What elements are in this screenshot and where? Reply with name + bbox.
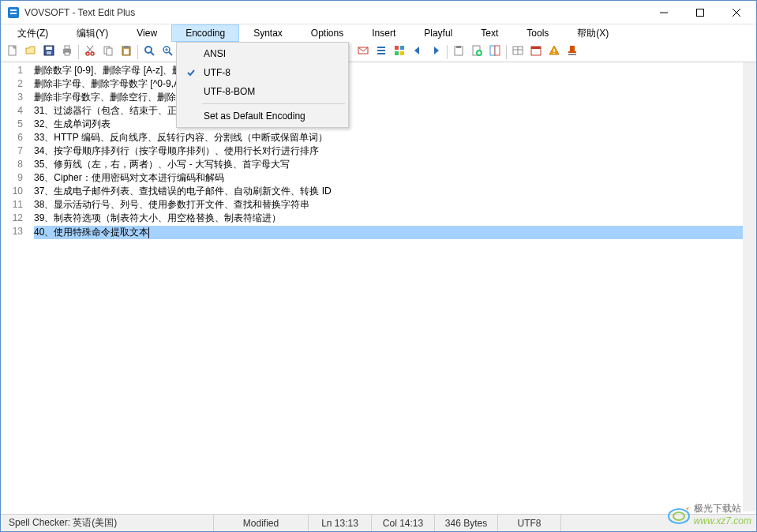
- code-line[interactable]: 35、修剪线（左，右，两者）、小写 - 大写转换、首字母大写: [34, 158, 756, 171]
- palette-icon: [393, 44, 406, 59]
- code-line[interactable]: 39、制表符选项（制表符大小、用空格替换、制表符缩进）: [34, 212, 756, 225]
- encoding-option-utf8[interactable]: UTF-8: [178, 63, 347, 82]
- app-icon: [7, 6, 20, 19]
- mail-icon: [357, 44, 369, 59]
- svg-rect-9: [46, 47, 52, 50]
- lines-icon: [375, 44, 388, 59]
- toolbar-doc-compare-button[interactable]: [486, 43, 504, 61]
- print-icon: [61, 44, 73, 59]
- svg-rect-59: [531, 47, 541, 49]
- toolbar-cut-button[interactable]: [81, 43, 99, 61]
- calendar-icon: [530, 44, 542, 59]
- line-number: 10: [2, 185, 23, 198]
- toolbar-palette-button[interactable]: [391, 43, 408, 61]
- svg-rect-63: [568, 51, 576, 53]
- code-line[interactable]: 38、显示活动行号、列号、使用参数打开文件、查找和替换字符串: [34, 198, 756, 212]
- line-gutter: 12345678910111213: [1, 62, 29, 511]
- line-number: 2: [2, 77, 23, 91]
- code-line[interactable]: 32、生成单词列表: [34, 118, 756, 131]
- menu-text[interactable]: Text: [467, 24, 512, 42]
- toolbar-zoom-in-button[interactable]: [159, 43, 176, 61]
- code-line[interactable]: 删除非字母数字、删除空行、删除多余空格: [34, 91, 756, 104]
- svg-line-17: [87, 46, 92, 52]
- copy-icon: [102, 44, 114, 59]
- toolbar-new-button[interactable]: [4, 43, 21, 61]
- minimize-button[interactable]: [646, 1, 682, 24]
- code-line[interactable]: 删除数字 [0-9]、删除字母 [A-z]、删除非字母 [^A-z]: [34, 64, 756, 77]
- menu-separator: [202, 103, 345, 104]
- toolbar-save-button[interactable]: [40, 43, 58, 61]
- code-line[interactable]: 34、按字母顺序排列行（按字母顺序排列）、使用行长对行进行排序: [34, 144, 756, 158]
- toolbar-copy-button[interactable]: [99, 43, 117, 61]
- maximize-button[interactable]: [682, 1, 718, 24]
- svg-rect-4: [697, 9, 704, 16]
- line-number: 13: [2, 225, 23, 238]
- code-line[interactable]: 删除非字母、删除字母数字 [^0-9,A-z]、删除非字母数字 [^0-9,A-…: [34, 77, 756, 91]
- encoding-option-utf8bom[interactable]: UTF-8-BOM: [178, 82, 347, 101]
- toolbar-paste-button[interactable]: [118, 43, 135, 61]
- code-line[interactable]: 37、生成电子邮件列表、查找错误的电子邮件、自动刷新文件、转换 ID: [34, 185, 756, 198]
- toolbar-left-button[interactable]: [409, 43, 426, 61]
- doc-compare-icon: [489, 44, 501, 59]
- toolbar-calendar-button[interactable]: [527, 43, 545, 61]
- menu-item-label: Set as Default Encoding: [204, 111, 305, 122]
- svg-rect-22: [124, 49, 129, 54]
- svg-rect-48: [456, 46, 461, 48]
- toolbar-mail-button[interactable]: [354, 43, 372, 61]
- toolbar-print-button[interactable]: [58, 43, 76, 61]
- find-icon: [143, 44, 156, 59]
- code-area[interactable]: 删除数字 [0-9]、删除字母 [A-z]、删除非字母 [^A-z]删除非字母、…: [29, 62, 756, 511]
- menu-y[interactable]: 编辑(Y): [62, 24, 122, 42]
- left-icon: [411, 44, 424, 59]
- svg-point-14: [86, 52, 89, 55]
- toolbar-open-button[interactable]: [22, 43, 39, 61]
- menu-insert[interactable]: Insert: [358, 24, 410, 42]
- status-spellchecker[interactable]: Spell Checker: 英语(美国): [1, 515, 214, 531]
- svg-point-61: [553, 53, 555, 54]
- toolbar-table-button[interactable]: [509, 43, 527, 61]
- close-button[interactable]: [718, 1, 755, 24]
- svg-rect-12: [65, 46, 69, 49]
- clipboard-icon: [452, 44, 465, 59]
- menu-playful[interactable]: Playful: [410, 24, 467, 42]
- svg-point-23: [145, 47, 152, 53]
- toolbar-right-button[interactable]: [427, 43, 444, 61]
- menu-view[interactable]: View: [122, 24, 171, 42]
- vertical-scrollbar[interactable]: [743, 62, 756, 511]
- editor: 12345678910111213 删除数字 [0-9]、删除字母 [A-z]、…: [1, 62, 756, 511]
- toolbar-clipboard-button[interactable]: [450, 43, 467, 61]
- svg-rect-54: [495, 46, 500, 55]
- line-number: 12: [2, 212, 23, 225]
- code-line[interactable]: 31、过滤器行（包含、结束于、正则表达式、开始于）: [34, 104, 756, 118]
- menu-item-label: ANSI: [204, 48, 226, 59]
- menu-tools[interactable]: Tools: [512, 24, 563, 42]
- menu-syntax[interactable]: Syntax: [239, 24, 297, 42]
- svg-line-24: [151, 52, 154, 55]
- menu-options[interactable]: Options: [297, 24, 358, 42]
- toolbar-separator: [137, 45, 138, 59]
- toolbar-warning-button[interactable]: [545, 43, 563, 61]
- encoding-set-default[interactable]: Set as Default Encoding: [178, 107, 347, 126]
- menu-z[interactable]: 文件(Z): [3, 24, 62, 42]
- svg-rect-64: [568, 54, 576, 55]
- status-line: Ln 13:13: [309, 515, 372, 531]
- table-icon: [512, 44, 524, 59]
- line-number: 4: [2, 104, 23, 118]
- toolbar-find-button[interactable]: [141, 43, 158, 61]
- svg-rect-2: [10, 13, 17, 14]
- statusbar: Spell Checker: 英语(美国) Modified Ln 13:13 …: [1, 514, 756, 531]
- line-number: 3: [2, 91, 23, 104]
- toolbar-lines-button[interactable]: [373, 43, 390, 61]
- svg-rect-53: [490, 46, 495, 55]
- toolbar-doc-plus-button[interactable]: [468, 43, 485, 61]
- open-icon: [24, 44, 37, 59]
- code-line[interactable]: 40、使用特殊命令提取文本: [34, 226, 756, 239]
- code-line[interactable]: 36、Cipher：使用密码对文本进行编码和解码: [34, 171, 756, 185]
- menu-x[interactable]: 帮助(X): [563, 24, 623, 42]
- toolbar-stamp-button[interactable]: [564, 43, 581, 61]
- status-modified: Modified: [214, 515, 309, 531]
- encoding-option-ansi[interactable]: ANSI: [178, 44, 347, 63]
- menu-encoding[interactable]: Encoding: [171, 24, 239, 42]
- code-line[interactable]: 33、HTTP 编码、反向线序、反转行内容、分割线（中断或保留单词）: [34, 131, 756, 144]
- menu-item-label: UTF-8: [204, 67, 230, 78]
